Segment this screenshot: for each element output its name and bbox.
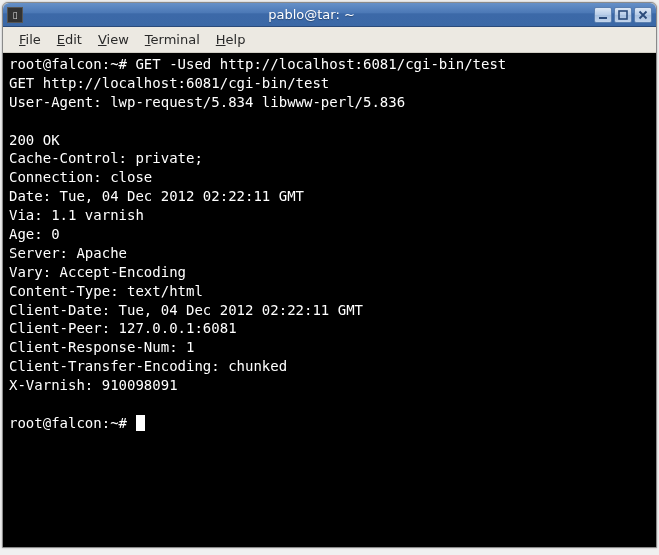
menu-accel: V: [98, 32, 107, 47]
menu-view[interactable]: View: [90, 29, 137, 50]
terminal-line: Vary: Accept-Encoding: [9, 263, 650, 282]
terminal-line: [9, 112, 650, 131]
terminal-line: User-Agent: lwp-request/5.834 libwww-per…: [9, 93, 650, 112]
terminal-line: Server: Apache: [9, 244, 650, 263]
menu-accel: E: [57, 32, 65, 47]
terminal-line: Client-Date: Tue, 04 Dec 2012 02:22:11 G…: [9, 301, 650, 320]
terminal-line: Connection: close: [9, 168, 650, 187]
menu-label: erminal: [151, 32, 200, 47]
cursor-icon: [136, 415, 145, 431]
terminal-line: Age: 0: [9, 225, 650, 244]
menu-terminal[interactable]: Terminal: [137, 29, 208, 50]
maximize-button[interactable]: [614, 7, 632, 23]
menu-help[interactable]: Help: [208, 29, 254, 50]
window-controls: [594, 7, 652, 23]
titlebar[interactable]: ▯ pablo@tar: ~: [3, 3, 656, 27]
terminal-line: 200 OK: [9, 131, 650, 150]
minimize-icon: [598, 10, 608, 20]
menubar: File Edit View Terminal Help: [3, 27, 656, 53]
terminal-body[interactable]: root@falcon:~# GET -Used http://localhos…: [3, 53, 656, 547]
app-icon: ▯: [7, 7, 23, 23]
close-button[interactable]: [634, 7, 652, 23]
terminal-line: Date: Tue, 04 Dec 2012 02:22:11 GMT: [9, 187, 650, 206]
menu-edit[interactable]: Edit: [49, 29, 90, 50]
menu-accel: H: [216, 32, 226, 47]
terminal-line: Content-Type: text/html: [9, 282, 650, 301]
minimize-button[interactable]: [594, 7, 612, 23]
terminal-line: Via: 1.1 varnish: [9, 206, 650, 225]
terminal-line: Client-Response-Num: 1: [9, 338, 650, 357]
maximize-icon: [618, 10, 628, 20]
terminal-window: ▯ pablo@tar: ~ File Edit View Terminal H…: [2, 2, 657, 548]
terminal-line: GET http://localhost:6081/cgi-bin/test: [9, 74, 650, 93]
menu-label: elp: [226, 32, 246, 47]
menu-file[interactable]: File: [11, 29, 49, 50]
close-icon: [638, 10, 648, 20]
terminal-line: root@falcon:~# GET -Used http://localhos…: [9, 55, 650, 74]
menu-label: dit: [65, 32, 82, 47]
menu-label: iew: [107, 32, 129, 47]
svg-rect-0: [599, 17, 607, 19]
terminal-line: Cache-Control: private;: [9, 149, 650, 168]
svg-rect-1: [619, 11, 627, 19]
terminal-line: Client-Transfer-Encoding: chunked: [9, 357, 650, 376]
terminal-line: Client-Peer: 127.0.0.1:6081: [9, 319, 650, 338]
window-title: pablo@tar: ~: [29, 7, 594, 22]
terminal-prompt-line[interactable]: root@falcon:~#: [9, 414, 650, 433]
menu-label: ile: [26, 32, 41, 47]
terminal-line: [9, 395, 650, 414]
terminal-prompt: root@falcon:~#: [9, 415, 135, 431]
terminal-line: X-Varnish: 910098091: [9, 376, 650, 395]
